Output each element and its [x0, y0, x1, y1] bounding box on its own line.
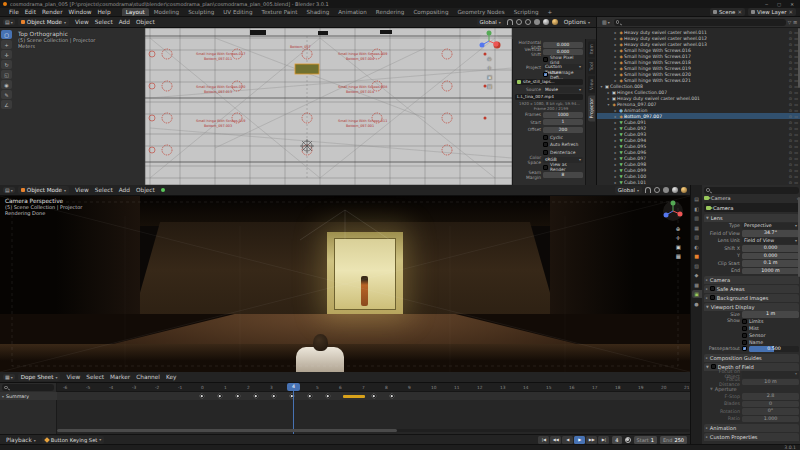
scene-selector[interactable]: Scene✕: [710, 8, 745, 16]
outliner-row[interactable]: ▸ ◈ Small hinge With Screws.017 ⊙▭: [597, 53, 800, 59]
fov-field[interactable]: 34.7°: [742, 230, 799, 237]
workspace-tab[interactable]: Texture Paint: [257, 8, 301, 16]
hide-eye-icon[interactable]: ⊙: [789, 102, 792, 107]
hide-eye-icon[interactable]: ⊙: [789, 90, 792, 95]
hide-eye-icon[interactable]: ⊙: [789, 144, 792, 149]
properties-tab-icon[interactable]: ■: [692, 252, 702, 260]
outliner-row[interactable]: ▸ ▼ Cube.097 ⊙▭: [597, 155, 800, 161]
properties-tab-icon[interactable]: ◐: [692, 243, 702, 251]
navigation-gizmo-3d[interactable]: [662, 200, 684, 222]
scale-tool[interactable]: ◱: [1, 70, 12, 79]
disable-render-icon[interactable]: ▭: [794, 144, 798, 149]
frames-field[interactable]: 1000: [543, 112, 583, 118]
outliner-row[interactable]: ▸ ◈ Small hinge With Screws.018 ⊙▭: [597, 59, 800, 65]
playback-menu[interactable]: Playback ▾: [3, 437, 39, 443]
editor-type-button-dope[interactable]: ▦▾: [3, 374, 15, 380]
movie-file-datablock[interactable]: L.L_tina_007.mp4: [515, 94, 583, 101]
disable-render-icon[interactable]: ▭: [794, 108, 798, 113]
outliner-display-mode[interactable]: ▥▾: [600, 19, 612, 25]
outliner-row[interactable]: ▸ ◈ Small hinge With Screws.021 ⊙▭: [597, 77, 800, 83]
menu-item[interactable]: Edit: [22, 9, 39, 15]
keyframe-diamond[interactable]: [371, 393, 376, 398]
background-images-panel-header[interactable]: ▸Background Images: [704, 294, 799, 302]
menu-item[interactable]: Window: [66, 9, 95, 15]
workspace-tab[interactable]: Sculpting: [184, 8, 218, 16]
workspace-tab[interactable]: Animation: [334, 8, 371, 16]
hide-eye-icon[interactable]: ⊙: [789, 72, 792, 77]
outliner-row[interactable]: ▾ ◈ Persona_097.007 ⊙▭: [597, 101, 800, 107]
workspace-tab[interactable]: Scripting: [510, 8, 543, 16]
offset-field[interactable]: 200: [543, 127, 583, 133]
playhead[interactable]: 4: [287, 383, 300, 391]
hide-eye-icon[interactable]: ⊙: [789, 114, 792, 119]
top-viewport-canvas[interactable]: Small hinge With Screws.017Bottom_097.01…: [0, 28, 596, 185]
hide-eye-icon[interactable]: ⊙: [789, 84, 792, 89]
shading-rendered-icon-3d[interactable]: [681, 187, 687, 193]
disable-render-icon[interactable]: ▭: [794, 132, 798, 137]
mode-dropdown-3d[interactable]: Object Mode▾: [18, 186, 69, 194]
outliner-row[interactable]: ▸ ▼ Cube.100 ⊙▭: [597, 173, 800, 179]
keyframe-diamond[interactable]: [253, 393, 258, 398]
viewport-menu-item-3d[interactable]: Object: [133, 187, 158, 193]
hide-eye-icon[interactable]: ⊙: [789, 108, 792, 113]
transport-button[interactable]: ▶|: [598, 436, 609, 444]
summary-channel[interactable]: ▾Summary: [0, 392, 57, 400]
shading-rendered-icon[interactable]: [552, 19, 558, 25]
dope-search-input[interactable]: [2, 384, 54, 391]
sidebar-tab[interactable]: Projector: [588, 95, 595, 121]
lens-panel-header[interactable]: ▼Lens: [704, 214, 799, 222]
measure-tool[interactable]: ∠: [1, 100, 12, 109]
composition-guides-header[interactable]: ▸Composition Guides: [704, 354, 799, 362]
auto-refresh-checkbox[interactable]: [543, 142, 548, 147]
hide-eye-icon[interactable]: ⊙: [789, 180, 792, 185]
disable-render-icon[interactable]: ▭: [794, 150, 798, 155]
keyframe-diamond[interactable]: [235, 393, 240, 398]
keyframe-diamond[interactable]: [307, 393, 312, 398]
properties-tab-icon[interactable]: ▤: [692, 195, 702, 203]
transform-orientation-dropdown-3d[interactable]: Global▾: [615, 186, 642, 194]
outliner-row[interactable]: ▸ ▼ Cube.095 ⊙▭: [597, 143, 800, 149]
editor-type-button[interactable]: ▤▾: [3, 19, 15, 25]
shading-wireframe-icon[interactable]: [525, 19, 531, 25]
select-box-tool[interactable]: ▢: [1, 30, 12, 39]
hide-eye-icon[interactable]: ⊙: [789, 30, 792, 35]
cyclic-checkbox[interactable]: [543, 135, 548, 140]
outliner-row[interactable]: ▸ ◈ Small hinge With Screws.019 ⊙▭: [597, 65, 800, 71]
mode-dropdown[interactable]: Object Mode▾: [18, 18, 69, 26]
camera-name-field[interactable]: Camera: [704, 203, 799, 212]
properties-tab-icon[interactable]: ◆: [692, 271, 702, 279]
workspace-tab[interactable]: UV Editing: [219, 8, 256, 16]
disable-render-icon[interactable]: ▭: [794, 120, 798, 125]
safe-areas-panel-header[interactable]: ▸Safe Areas: [704, 285, 799, 293]
ratio-field[interactable]: 1.000: [742, 416, 799, 423]
show-option-checkbox[interactable]: [742, 340, 747, 345]
hide-eye-icon[interactable]: ⊙: [789, 120, 792, 125]
outliner-row[interactable]: ▸ ▼ Cube.094 ⊙▭: [597, 137, 800, 143]
view-as-render-checkbox[interactable]: [543, 165, 548, 170]
shading-material-icon[interactable]: [543, 19, 549, 25]
rotate-tool[interactable]: ↻: [1, 60, 12, 69]
disable-render-icon[interactable]: ▭: [794, 168, 798, 173]
outliner-row[interactable]: ▸ ● Animation ⊙▭: [597, 107, 800, 113]
deinterlace-checkbox[interactable]: [543, 150, 548, 155]
outliner-row[interactable]: ▸ ◈ Heavy duty swivel caster wheel.012 ⊙…: [597, 35, 800, 41]
properties-tab-icon[interactable]: ▥: [692, 214, 702, 222]
hide-eye-icon[interactable]: ⊙: [789, 138, 792, 143]
dope-menu-item[interactable]: View: [63, 374, 83, 380]
camera-type-dropdown[interactable]: Perspective▾: [742, 223, 799, 230]
outliner-row[interactable]: ▸ ▣ Heavy duty swivel caster wheel.001 ⊙…: [597, 95, 800, 101]
outliner-row[interactable]: ▸ ◈ Heavy duty swivel caster wheel.011 ⊙…: [597, 29, 800, 35]
viewport-menu-item[interactable]: Select: [92, 19, 116, 25]
viewport-menu-item[interactable]: View: [72, 19, 92, 25]
transport-button[interactable]: ▶▶: [586, 436, 597, 444]
outliner-row[interactable]: ▸ ◈ Small hinge With Screws.016 ⊙▭: [597, 47, 800, 53]
outliner-row[interactable]: ▸ ▼ Cube.092 ⊙▭: [597, 125, 800, 131]
image-datablock[interactable]: site_still_laps...: [515, 79, 583, 86]
horizontal-shift-field[interactable]: 0.000: [543, 42, 583, 48]
proportional-editing-icon[interactable]: [516, 19, 522, 25]
hide-eye-icon[interactable]: ⊙: [789, 66, 792, 71]
hide-eye-icon[interactable]: ⊙: [789, 48, 792, 53]
shift-x-field[interactable]: 0.000: [742, 245, 799, 252]
transport-button[interactable]: ◀◀: [550, 436, 561, 444]
workspace-tab[interactable]: Compositing: [409, 8, 452, 16]
